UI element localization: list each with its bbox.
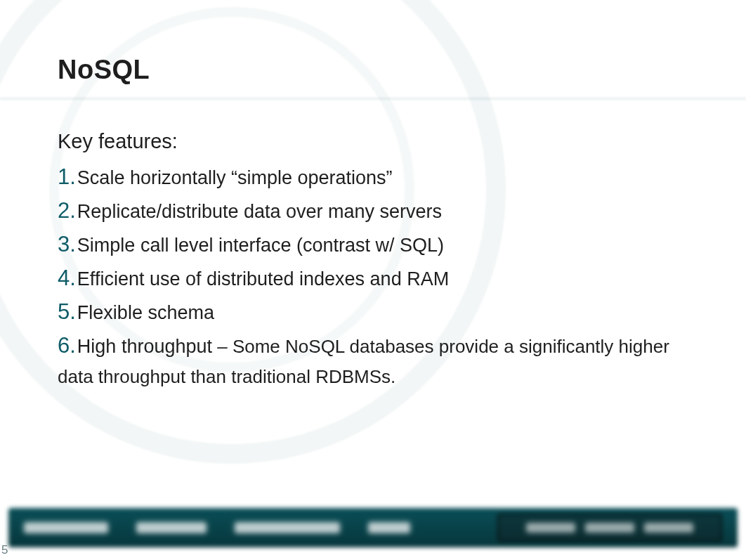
list-number: 3. <box>58 232 76 256</box>
title-divider <box>0 98 746 100</box>
list-text: High throughput <box>77 336 212 357</box>
footer-bar <box>8 508 738 547</box>
list-item: 1.Scale horizontally “simple operations” <box>58 160 688 194</box>
list-text: Scale horizontally “simple operations” <box>77 167 393 188</box>
slide-content: NoSQL Key features: 1.Scale horizontally… <box>0 0 746 392</box>
list-text: Simple call level interface (contrast w/… <box>77 235 444 256</box>
footer-blur-text <box>235 522 340 533</box>
footer-left <box>24 522 410 533</box>
footer-blur-text <box>24 522 108 533</box>
list-text: Replicate/distribute data over many serv… <box>77 201 442 222</box>
page-number: 5 <box>1 543 8 557</box>
slide-title: NoSQL <box>58 55 688 85</box>
footer-blur-text <box>368 522 410 533</box>
list-item: 3.Simple call level interface (contrast … <box>58 228 688 261</box>
list-item: 4.Efficient use of distributed indexes a… <box>58 261 688 295</box>
footer-blur-text <box>136 522 207 533</box>
body-text: Key features: 1.Scale horizontally “simp… <box>58 130 688 392</box>
list-number: 1. <box>58 164 76 189</box>
list-item: 5.Flexible schema <box>58 295 688 329</box>
list-number: 6. <box>58 333 76 358</box>
list-item: 6.High throughput – Some NoSQL databases… <box>58 329 688 392</box>
list-number: 5. <box>58 299 76 324</box>
list-number: 4. <box>58 266 76 290</box>
slide: NoSQL Key features: 1.Scale horizontally… <box>0 0 746 560</box>
lead-text: Key features: <box>58 130 688 153</box>
list-text: Efficient use of distributed indexes and… <box>77 268 449 289</box>
feature-list: 1.Scale horizontally “simple operations”… <box>58 160 688 392</box>
list-number: 2. <box>58 198 76 223</box>
list-text: Flexible schema <box>77 302 214 323</box>
footer-right-box <box>497 514 722 542</box>
list-item: 2.Replicate/distribute data over many se… <box>58 194 688 228</box>
